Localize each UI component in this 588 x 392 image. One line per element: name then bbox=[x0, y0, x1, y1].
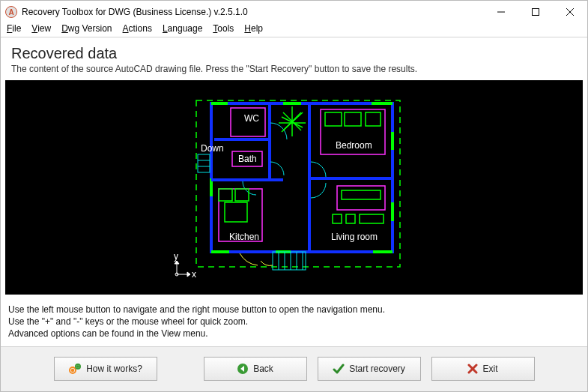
axis-x: x bbox=[192, 269, 196, 280]
gears-icon bbox=[68, 362, 82, 376]
window-title: Recovery Toolbox for DWG (Business Licen… bbox=[22, 7, 484, 17]
content-header: Recovered data The content of the source… bbox=[1, 37, 587, 74]
how-it-works-button[interactable]: How it works? bbox=[54, 357, 157, 381]
room-label-bedroom: Bedroom bbox=[336, 140, 372, 151]
menu-view[interactable]: View bbox=[31, 23, 51, 34]
preview-area: WC Bath Bedroom bbox=[1, 74, 587, 301]
help-line-1: Use the left mouse button to navigate an… bbox=[8, 304, 580, 316]
svg-rect-37 bbox=[219, 189, 232, 201]
svg-rect-45 bbox=[198, 154, 210, 172]
back-button[interactable]: Back bbox=[204, 357, 307, 381]
cad-drawing: WC Bath Bedroom bbox=[171, 90, 418, 285]
back-icon bbox=[237, 363, 249, 375]
back-label: Back bbox=[253, 364, 273, 374]
footer: How it works? Back Start recovery Exit bbox=[1, 346, 587, 391]
exit-label: Exit bbox=[482, 364, 497, 374]
window-controls bbox=[484, 1, 587, 23]
menubar: File View Dwg Version Actions Language T… bbox=[1, 23, 587, 37]
svg-rect-29 bbox=[366, 112, 381, 126]
help-line-3: Advanced options can be found in the Vie… bbox=[8, 328, 580, 340]
svg-rect-27 bbox=[325, 112, 342, 126]
app-window: A Recovery Toolbox for DWG (Business Lic… bbox=[0, 0, 588, 392]
how-it-works-label: How it works? bbox=[86, 364, 142, 374]
exit-button[interactable]: Exit bbox=[431, 357, 535, 381]
close-button[interactable] bbox=[553, 1, 587, 23]
svg-rect-32 bbox=[333, 214, 342, 223]
menu-tools[interactable]: Tools bbox=[213, 23, 234, 34]
svg-rect-31 bbox=[342, 190, 381, 199]
svg-rect-30 bbox=[337, 186, 385, 210]
titlebar: A Recovery Toolbox for DWG (Business Lic… bbox=[1, 1, 587, 23]
menu-file[interactable]: File bbox=[7, 23, 21, 34]
page-subtitle: The content of the source AutoCAD drawin… bbox=[11, 64, 577, 74]
help-text: Use the left mouse button to navigate an… bbox=[1, 301, 587, 346]
start-recovery-button[interactable]: Start recovery bbox=[318, 357, 421, 381]
svg-rect-33 bbox=[346, 214, 355, 223]
menu-dwg-version[interactable]: Dwg Version bbox=[61, 23, 112, 34]
svg-rect-34 bbox=[360, 214, 384, 223]
room-label-living: Living room bbox=[331, 232, 378, 242]
menu-actions[interactable]: Actions bbox=[123, 23, 152, 34]
drawing-preview[interactable]: WC Bath Bedroom bbox=[5, 80, 583, 295]
svg-point-54 bbox=[72, 370, 73, 371]
svg-rect-39 bbox=[273, 252, 306, 270]
svg-rect-36 bbox=[225, 202, 247, 222]
label-down: Down bbox=[201, 143, 224, 154]
close-icon bbox=[566, 8, 574, 16]
minimize-icon bbox=[497, 8, 505, 16]
menu-help[interactable]: Help bbox=[244, 23, 263, 34]
room-label-kitchen: Kitchen bbox=[229, 232, 259, 242]
svg-rect-28 bbox=[345, 112, 361, 126]
page-title: Recovered data bbox=[11, 45, 577, 62]
room-label-bath: Bath bbox=[238, 154, 257, 164]
svg-marker-49 bbox=[187, 272, 190, 277]
help-line-2: Use the "+" and "-" keys or the mouse wh… bbox=[8, 316, 580, 328]
check-icon bbox=[333, 363, 345, 375]
menu-language[interactable]: Language bbox=[163, 23, 202, 34]
app-icon: A bbox=[5, 6, 17, 18]
room-label-wc: WC bbox=[244, 113, 259, 124]
x-icon bbox=[467, 364, 478, 374]
start-recovery-label: Start recovery bbox=[349, 364, 405, 374]
minimize-button[interactable] bbox=[484, 1, 518, 23]
svg-rect-1 bbox=[533, 9, 539, 16]
maximize-button[interactable] bbox=[518, 1, 553, 23]
axis-y: y bbox=[174, 251, 178, 262]
svg-point-56 bbox=[77, 366, 79, 367]
maximize-icon bbox=[532, 8, 539, 16]
